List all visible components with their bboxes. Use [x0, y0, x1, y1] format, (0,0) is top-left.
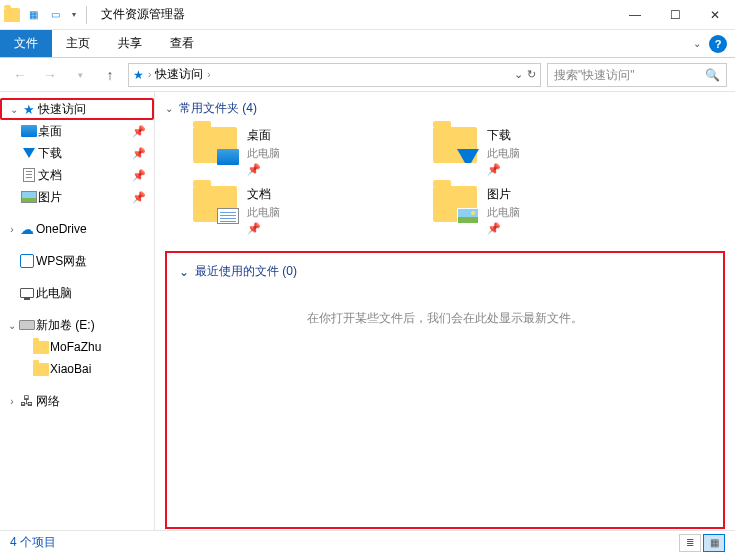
address-dropdown-icon[interactable]: ⌄	[514, 68, 523, 81]
qat-newfolder-icon[interactable]: ▭	[46, 6, 64, 24]
folder-tile[interactable]: 桌面 此电脑 📌	[193, 127, 393, 176]
collapse-icon[interactable]: ⌄	[179, 265, 189, 279]
overlay-icon	[217, 208, 239, 224]
view-details-button[interactable]: ≣	[679, 534, 701, 552]
up-button[interactable]: ↑	[98, 63, 122, 87]
expand-icon[interactable]: ›	[6, 396, 18, 407]
search-icon[interactable]: 🔍	[705, 68, 720, 82]
tile-name: 图片	[487, 186, 520, 203]
folder-tile[interactable]: 文档 此电脑 📌	[193, 186, 393, 235]
star-icon: ★	[23, 102, 35, 117]
sidebar-item-label: OneDrive	[36, 222, 150, 236]
maximize-button[interactable]: ☐	[655, 0, 695, 30]
sidebar-item-folder[interactable]: › XiaoBai	[0, 358, 154, 380]
folder-icon	[33, 363, 49, 376]
title-bar: ▦ ▭ ▾ 文件资源管理器 — ☐ ✕	[0, 0, 735, 30]
sidebar-item-label: 此电脑	[36, 285, 150, 302]
sidebar-item-label: 文档	[38, 167, 132, 184]
qat-properties-icon[interactable]: ▦	[24, 6, 42, 24]
expand-icon[interactable]: ⌄	[6, 320, 18, 331]
section-frequent-folders[interactable]: ⌄ 常用文件夹 (4)	[165, 100, 725, 117]
view-large-icons-button[interactable]: ▦	[703, 534, 725, 552]
pin-icon: 📌	[487, 163, 501, 176]
folder-icon	[433, 127, 477, 163]
pin-icon: 📌	[487, 222, 501, 235]
expand-icon[interactable]: ⌄	[8, 104, 20, 115]
tab-home[interactable]: 主页	[52, 30, 104, 57]
close-button[interactable]: ✕	[695, 0, 735, 30]
sidebar-item-folder[interactable]: › MoFaZhu	[0, 336, 154, 358]
tab-share[interactable]: 共享	[104, 30, 156, 57]
navigation-pane: ⌄ ★ 快速访问 桌面 📌 下载 📌 文档 📌 图片 📌 › ☁ On	[0, 92, 155, 530]
sidebar-item-volume[interactable]: ⌄ 新加卷 (E:)	[0, 314, 154, 336]
recent-locations-icon[interactable]: ▾	[68, 63, 92, 87]
sidebar-item-label: 桌面	[38, 123, 132, 140]
pin-icon: 📌	[247, 222, 261, 235]
tab-view[interactable]: 查看	[156, 30, 208, 57]
separator	[86, 6, 87, 24]
tile-sublabel: 此电脑	[487, 146, 520, 161]
qat-dropdown-icon[interactable]: ▾	[68, 10, 80, 19]
status-bar: 4 个项目 ≣ ▦	[0, 530, 735, 554]
sidebar-item-pictures[interactable]: 图片 📌	[0, 186, 154, 208]
address-bar[interactable]: ★ › 快速访问 › ⌄ ↻	[128, 63, 541, 87]
back-button[interactable]: ←	[8, 63, 32, 87]
document-icon	[23, 168, 35, 182]
sidebar-item-downloads[interactable]: 下载 📌	[0, 142, 154, 164]
section-recent-files[interactable]: ⌄ 最近使用的文件 (0)	[179, 263, 711, 280]
sidebar-item-quick-access[interactable]: ⌄ ★ 快速访问	[0, 98, 154, 120]
sidebar-item-label: 网络	[36, 393, 150, 410]
help-icon[interactable]: ?	[709, 35, 727, 53]
sidebar-item-documents[interactable]: 文档 📌	[0, 164, 154, 186]
drive-icon	[19, 320, 35, 330]
picture-icon	[21, 191, 37, 203]
chevron-right-icon[interactable]: ›	[148, 69, 151, 80]
folder-icon	[193, 186, 237, 222]
sidebar-item-onedrive[interactable]: › ☁ OneDrive	[0, 218, 154, 240]
expand-icon[interactable]: ›	[6, 224, 18, 235]
tile-sublabel: 此电脑	[487, 205, 520, 220]
overlay-icon	[217, 149, 239, 165]
wps-icon	[20, 254, 34, 268]
tile-name: 下载	[487, 127, 520, 144]
refresh-icon[interactable]: ↻	[527, 68, 536, 81]
sidebar-item-label: MoFaZhu	[50, 340, 150, 354]
sidebar-item-label: 下载	[38, 145, 132, 162]
tile-name: 桌面	[247, 127, 280, 144]
forward-button[interactable]: →	[38, 63, 62, 87]
sidebar-item-label: XiaoBai	[50, 362, 150, 376]
sidebar-item-wps[interactable]: › WPS网盘	[0, 250, 154, 272]
network-icon: 🖧	[20, 393, 34, 409]
search-input[interactable]	[554, 68, 701, 82]
folder-tile[interactable]: 图片 此电脑 📌	[433, 186, 633, 235]
ribbon-collapse-icon[interactable]: ⌄	[693, 38, 701, 49]
chevron-right-icon[interactable]: ›	[207, 69, 210, 80]
overlay-icon	[457, 208, 479, 224]
pin-icon: 📌	[132, 191, 150, 204]
sidebar-item-network[interactable]: › 🖧 网络	[0, 390, 154, 412]
sidebar-item-this-pc[interactable]: › 此电脑	[0, 282, 154, 304]
pin-icon: 📌	[247, 163, 261, 176]
section-recent-files-highlight: ⌄ 最近使用的文件 (0) 在你打开某些文件后，我们会在此处显示最新文件。	[165, 251, 725, 529]
frequent-folders-grid: 桌面 此电脑 📌 下载 此电脑 📌 文档 此电脑 📌 图片 此电脑 📌	[165, 127, 725, 235]
search-box[interactable]: 🔍	[547, 63, 727, 87]
sidebar-item-label: WPS网盘	[36, 253, 150, 270]
ribbon: 文件 主页 共享 查看 ⌄ ?	[0, 30, 735, 58]
navigation-bar: ← → ▾ ↑ ★ › 快速访问 › ⌄ ↻ 🔍	[0, 58, 735, 92]
collapse-icon[interactable]: ⌄	[165, 103, 173, 114]
content-pane: ⌄ 常用文件夹 (4) 桌面 此电脑 📌 下载 此电脑 📌 文档 此电脑 📌	[155, 92, 735, 530]
sidebar-item-label: 图片	[38, 189, 132, 206]
pin-icon: 📌	[132, 147, 150, 160]
folder-icon	[33, 341, 49, 354]
app-icon	[4, 8, 20, 22]
pin-icon: 📌	[132, 125, 150, 138]
minimize-button[interactable]: —	[615, 0, 655, 30]
overlay-icon	[457, 149, 479, 165]
sidebar-item-desktop[interactable]: 桌面 📌	[0, 120, 154, 142]
sidebar-item-label: 快速访问	[38, 101, 148, 118]
tile-sublabel: 此电脑	[247, 205, 280, 220]
breadcrumb[interactable]: 快速访问	[155, 66, 203, 83]
download-icon	[23, 148, 35, 158]
folder-tile[interactable]: 下载 此电脑 📌	[433, 127, 633, 176]
tab-file[interactable]: 文件	[0, 30, 52, 57]
